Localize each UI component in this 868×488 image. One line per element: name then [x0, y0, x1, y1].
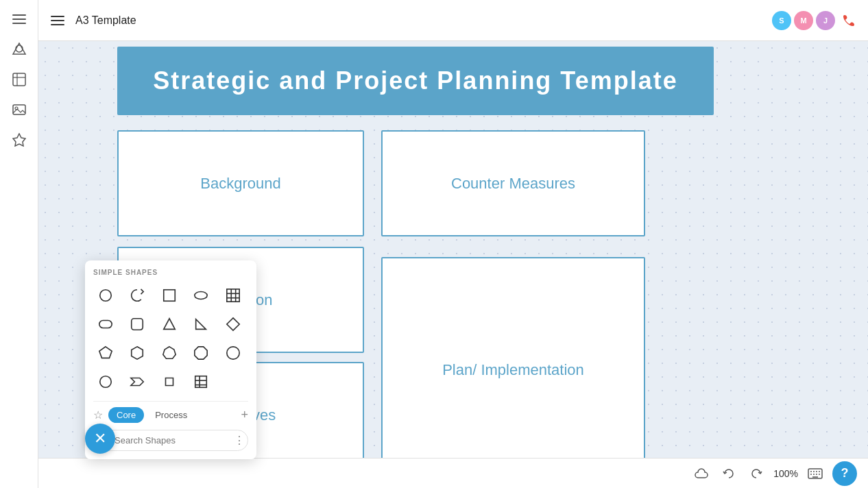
svg-marker-27: [99, 347, 112, 358]
banner: Strategic and Project Planning Template: [117, 47, 714, 115]
tab-core[interactable]: Core: [108, 407, 144, 423]
svg-point-4: [16, 45, 23, 52]
avatar-j: J: [816, 11, 835, 30]
svg-rect-13: [51, 24, 64, 25]
svg-rect-8: [13, 105, 25, 114]
shapes-section-title: SIMPLE SHAPES: [93, 269, 248, 276]
svg-point-16: [195, 292, 207, 300]
svg-marker-30: [195, 347, 207, 359]
shape-octagon[interactable]: [189, 341, 213, 365]
svg-rect-22: [99, 321, 112, 328]
sidebar-frame-icon[interactable]: [7, 67, 32, 92]
svg-marker-34: [165, 378, 173, 386]
canvas-area: Strategic and Project Planning Template …: [38, 41, 868, 488]
redo-icon[interactable]: [746, 463, 767, 484]
shape-right-triangle[interactable]: [189, 312, 213, 337]
avatar-m: M: [794, 11, 813, 30]
svg-point-14: [100, 290, 112, 302]
sidebar-more-icon[interactable]: [7, 127, 32, 152]
svg-rect-12: [51, 20, 64, 21]
keyboard-icon[interactable]: [805, 463, 825, 484]
card-background-label: Background: [200, 175, 280, 193]
shapes-grid: [93, 283, 248, 394]
svg-point-32: [100, 376, 112, 388]
shape-rounded-square[interactable]: [125, 312, 149, 337]
shape-parallelogram[interactable]: [157, 369, 182, 394]
sidebar-menu-icon[interactable]: [7, 7, 32, 32]
svg-marker-25: [196, 319, 206, 330]
shape-rounded-rect[interactable]: [93, 312, 118, 337]
panel-star-icon[interactable]: ☆: [93, 408, 103, 422]
sidebar-shapes-icon[interactable]: [7, 37, 32, 62]
svg-rect-35: [195, 376, 207, 388]
shape-triangle[interactable]: [157, 312, 182, 337]
card-countermeasures-label: Counter Measures: [451, 175, 575, 193]
svg-point-31: [226, 347, 239, 359]
svg-rect-2: [12, 23, 26, 24]
svg-rect-11: [51, 16, 64, 17]
shape-arc[interactable]: [125, 283, 149, 308]
svg-marker-28: [132, 347, 143, 359]
shape-square[interactable]: [157, 283, 182, 308]
shape-circle-outline[interactable]: [93, 283, 118, 308]
svg-marker-10: [13, 134, 25, 146]
cloud-icon[interactable]: [691, 463, 712, 484]
document-title: A3 Template: [75, 14, 136, 27]
svg-marker-26: [226, 318, 239, 330]
shape-diamond[interactable]: [221, 312, 245, 337]
search-shapes-input[interactable]: [114, 435, 230, 446]
undo-icon[interactable]: [719, 463, 739, 484]
tab-add-button[interactable]: +: [241, 408, 248, 422]
call-icon[interactable]: [838, 10, 860, 32]
sidebar-image-icon[interactable]: [7, 97, 32, 122]
panel-tabs: ☆ Core Process +: [93, 401, 248, 423]
svg-rect-17: [226, 289, 239, 302]
avatar-s: S: [772, 11, 791, 30]
fab-close-button[interactable]: ✕: [85, 424, 115, 454]
svg-marker-29: [163, 347, 176, 358]
card-background[interactable]: Background: [117, 130, 364, 236]
shapes-search-bar: ⋮: [93, 430, 248, 451]
hamburger-button[interactable]: [47, 10, 69, 32]
card-countermeasures[interactable]: Counter Measures: [381, 130, 645, 236]
shape-heptagon[interactable]: [157, 341, 182, 365]
left-sidebar: [0, 0, 38, 488]
card-plan-label: Plan/ Implementation: [442, 361, 584, 379]
collaborators: S M J: [772, 10, 860, 32]
svg-marker-33: [131, 378, 143, 386]
help-button[interactable]: ?: [832, 461, 857, 486]
svg-rect-1: [12, 19, 26, 20]
shape-ellipse[interactable]: [189, 283, 213, 308]
shape-chevron[interactable]: [125, 369, 149, 394]
card-plan[interactable]: Plan/ Implementation: [381, 257, 645, 483]
svg-rect-15: [164, 290, 176, 302]
svg-rect-23: [132, 319, 143, 330]
banner-text: Strategic and Project Planning Template: [153, 66, 677, 95]
tab-process[interactable]: Process: [147, 407, 195, 423]
bottom-bar: 100% ?: [38, 458, 868, 488]
search-more-icon[interactable]: ⋮: [234, 434, 245, 447]
shape-small-table[interactable]: [189, 369, 213, 394]
top-bar: A3 Template S M J: [38, 0, 868, 41]
shape-nonagon[interactable]: [221, 341, 245, 365]
zoom-level: 100%: [773, 468, 798, 479]
shape-circle-solid[interactable]: [93, 369, 118, 394]
svg-rect-0: [12, 14, 26, 16]
svg-marker-24: [164, 319, 176, 330]
shape-table[interactable]: [221, 283, 245, 308]
svg-rect-5: [13, 73, 25, 86]
shape-hexagon[interactable]: [125, 341, 149, 365]
shape-pentagon[interactable]: [93, 341, 118, 365]
